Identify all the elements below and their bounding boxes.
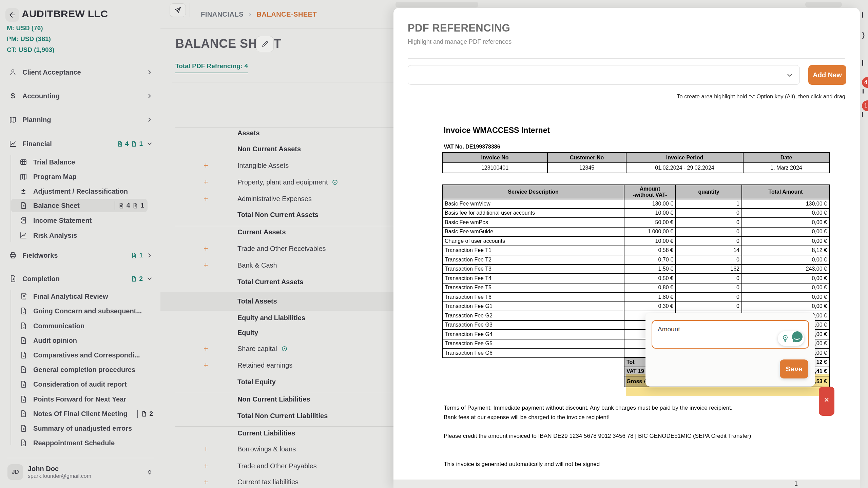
- table-row: Transaction Fee T31,50 €162243,00 €: [442, 265, 829, 274]
- sidebar-item-general-completion-procedures[interactable]: General completion procedures: [4, 363, 156, 376]
- edit-title-button[interactable]: [256, 36, 274, 52]
- sidebar-item-label: Balance Sheet: [33, 202, 80, 210]
- balance-row-intangible-assets[interactable]: +Intangible Assets: [160, 160, 393, 171]
- pdf-reference-select[interactable]: [408, 65, 800, 85]
- chevron-right-icon[interactable]: [146, 93, 153, 99]
- expand-plus-button[interactable]: +: [200, 360, 212, 371]
- chevron-up-down-icon[interactable]: [146, 469, 153, 475]
- sidebar-item-completion[interactable]: Completion 2: [4, 271, 156, 286]
- remove-highlight-button[interactable]: ✕: [819, 387, 834, 416]
- sidebar-item-label: Program Map: [33, 173, 77, 181]
- sidebar-item-consideration-of-audit-report[interactable]: Consideration of audit report: [4, 377, 156, 391]
- chevron-down-icon: [786, 72, 793, 79]
- save-button[interactable]: Save: [780, 359, 808, 378]
- sidebar-item-income-statement[interactable]: Income Statement: [4, 214, 156, 227]
- balance-row-share-capital[interactable]: +Share capital: [160, 343, 393, 354]
- sidebar-item-fieldworks[interactable]: Fieldworks 1: [4, 248, 156, 263]
- sidebar-item-label: Completion: [22, 275, 60, 283]
- back-button[interactable]: [5, 8, 19, 22]
- total-pdf-referencing-link[interactable]: Total PDF Refrencing: 4: [175, 62, 248, 73]
- user-menu[interactable]: JD John Doe spark.founder@gmail.com: [4, 462, 156, 482]
- sidebar-item-points-forward[interactable]: Points Forward for Next Year: [4, 392, 156, 406]
- sidebar-item-notes-of-final-client-meeting[interactable]: Notes Of Final Client Meeting 2: [4, 407, 156, 421]
- target-icon[interactable]: [281, 346, 288, 352]
- sidebar-item-comparatives[interactable]: Comparatives and Correspondi...: [4, 348, 156, 362]
- sidebar-item-label: Summary of unadjusted errors: [33, 425, 132, 432]
- balance-row-non-current-liabilities: Non Current Liabilities: [160, 394, 393, 405]
- balance-row-bank-cash[interactable]: +Bank & Cash: [160, 260, 393, 271]
- sidebar-item-client-acceptance[interactable]: Client Acceptance: [4, 65, 156, 80]
- scroll-icon: [19, 292, 27, 300]
- chevron-down-icon[interactable]: [146, 275, 153, 282]
- chevron-right-icon[interactable]: [146, 252, 153, 259]
- sidebar-item-balance-sheet[interactable]: Balance Sheet 4 1: [11, 199, 148, 212]
- balance-row-total-assets: Total Assets: [160, 296, 393, 307]
- sidebar-item-label: Planning: [22, 116, 51, 124]
- target-icon[interactable]: [332, 179, 338, 186]
- balance-row-property-plant-equipment[interactable]: +Property, plant and equipment: [160, 177, 393, 188]
- expand-plus-button[interactable]: +: [200, 260, 212, 271]
- reference-count-badges: 4 1: [117, 140, 143, 148]
- balance-row-administrative-expenses[interactable]: +Administrative Expenses: [160, 193, 393, 204]
- sidebar-item-risk-analysis[interactable]: Risk Analysis: [4, 229, 156, 242]
- expand-plus-button[interactable]: +: [200, 444, 212, 454]
- expand-plus-button[interactable]: +: [200, 177, 212, 188]
- balance-row-trade-other-payables[interactable]: +Trade and Other Payables: [160, 461, 393, 471]
- table-header-row: Service Description Amount-without VAT- …: [442, 185, 829, 199]
- expand-plus-button[interactable]: +: [200, 193, 212, 204]
- plus-minus-icon: ±: [19, 187, 27, 196]
- paper-plane-icon: [174, 6, 182, 14]
- notification-badge[interactable]: 1: [862, 100, 868, 111]
- close-icon[interactable]: ✕: [824, 396, 829, 404]
- expand-plus-button[interactable]: +: [200, 343, 212, 354]
- chevron-down-icon[interactable]: [146, 140, 153, 147]
- file-icon: [19, 307, 27, 315]
- person-icon: [9, 68, 17, 76]
- expand-plus-button[interactable]: +: [200, 243, 212, 254]
- add-new-button[interactable]: Add New: [808, 65, 846, 85]
- expand-plus-button[interactable]: +: [200, 476, 212, 487]
- sidebar-item-summary-of-unadjusted-errors[interactable]: Summary of unadjusted errors: [4, 422, 156, 435]
- sidebar-item-final-analytical-review[interactable]: Final Analytical Review: [4, 290, 156, 303]
- file-icon: [19, 424, 27, 432]
- sidebar-item-communication[interactable]: Communication: [4, 319, 156, 333]
- expand-plus-button[interactable]: +: [200, 160, 212, 171]
- sidebar-item-label: Points Forward for Next Year: [33, 395, 126, 403]
- sidebar-item-trial-balance[interactable]: Trial Balance: [4, 155, 156, 169]
- send-button[interactable]: [170, 3, 186, 17]
- expand-plus-button[interactable]: +: [200, 461, 212, 471]
- balance-row-borrowings-loans[interactable]: +Borrowings & loans: [160, 444, 393, 454]
- file-icon: [19, 410, 27, 418]
- user-name: John Doe: [28, 465, 91, 473]
- notification-badge[interactable]: 4: [862, 77, 868, 88]
- lightbulb-icon[interactable]: [781, 334, 789, 343]
- chat-bubble-icon[interactable]: [789, 329, 805, 345]
- comment-textarea[interactable]: Amount: [652, 320, 809, 349]
- invoice-note: Terms of Payment: Immediate payment with…: [444, 405, 732, 411]
- column-header: Invoice No: [442, 153, 547, 163]
- sidebar-item-adjustment-reclassification[interactable]: ± Adjustment / Reclassification: [4, 184, 156, 198]
- file-icon: [19, 336, 27, 345]
- sidebar-item-label: General completion procedures: [33, 366, 135, 374]
- sidebar-item-label: Audit opinion: [33, 337, 77, 345]
- balance-row-current-tax-liabilities[interactable]: +Current tax liabilities: [160, 476, 393, 487]
- balance-row-trade-other-receivables[interactable]: +Trade and Other Receivables: [160, 243, 393, 254]
- sidebar-item-accounting[interactable]: $ Accounting: [4, 89, 156, 103]
- table-row: Change of user accounts10,00 €00,00 €: [442, 236, 829, 246]
- chevron-right-icon[interactable]: [146, 69, 153, 76]
- breadcrumb-financials[interactable]: FINANCIALS: [201, 11, 244, 18]
- divider: [408, 58, 845, 59]
- ai-suggestion-pill[interactable]: [778, 331, 804, 346]
- breadcrumb-balance-sheet: BALANCE-SHEET: [257, 11, 317, 18]
- chevron-right-icon[interactable]: [146, 116, 153, 123]
- sidebar-item-financial[interactable]: Financial 4 1: [4, 136, 156, 151]
- balance-row-current-liabilities: Current Liabilities: [160, 428, 393, 438]
- sidebar-item-going-concern[interactable]: Going Concern and subsequent...: [4, 304, 156, 318]
- sidebar-item-reappointment-schedule[interactable]: Reappointment Schedule: [4, 436, 156, 450]
- sidebar-item-planning[interactable]: Planning: [4, 112, 156, 127]
- file-icon: [131, 276, 137, 282]
- sidebar-item-program-map[interactable]: Program Map: [4, 170, 156, 183]
- sidebar-item-audit-opinion[interactable]: Audit opinion: [4, 334, 156, 347]
- balance-row-retained-earnings[interactable]: +Retained earnings: [160, 360, 393, 371]
- panel-title: PDF REFERENCING: [408, 22, 510, 34]
